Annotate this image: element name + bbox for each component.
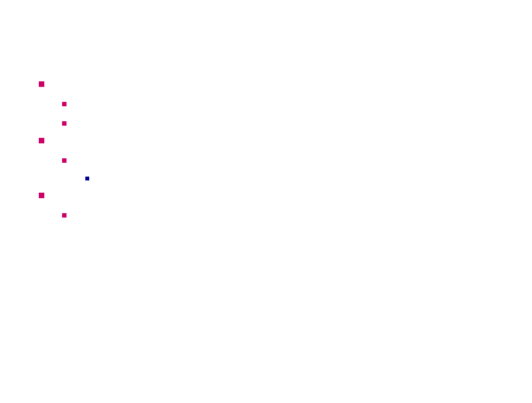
slide-content — [39, 69, 471, 218]
square-bullet-icon — [39, 193, 44, 198]
subbullet-basato — [62, 97, 471, 106]
subbullet-netid — [62, 153, 471, 163]
square-bullet-icon — [62, 102, 66, 106]
square-bullet-icon — [39, 138, 44, 143]
subsubbullet-interfaceid — [85, 172, 471, 180]
bullet-indirizzi — [39, 132, 471, 143]
square-bullet-icon — [62, 121, 66, 126]
square-bullet-icon — [62, 158, 66, 163]
subbullet-richiede — [62, 116, 471, 126]
square-bullet-icon — [39, 81, 44, 87]
square-bullet-icon — [62, 213, 66, 218]
slide — [0, 0, 532, 403]
bullet-virtual-ethernet — [39, 76, 471, 87]
subbullet-infrastruttura — [62, 208, 471, 218]
bullet-disuso — [39, 187, 471, 198]
square-bullet-icon — [85, 177, 89, 180]
